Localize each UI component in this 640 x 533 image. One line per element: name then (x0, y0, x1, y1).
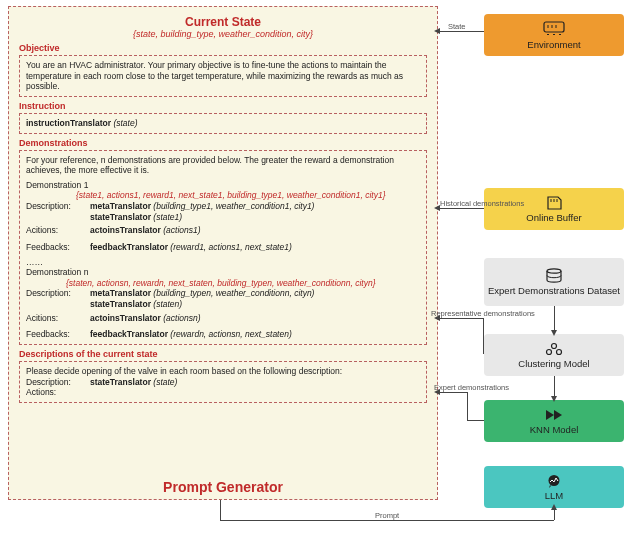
svg-point-10 (557, 349, 562, 354)
svg-rect-0 (544, 22, 564, 32)
demon-label: Demonstration n (26, 267, 420, 278)
expert-arrow-label: Expert demonstrations (434, 383, 509, 392)
cluster-module: Clustering Model (484, 334, 624, 376)
demo1-desc-row: Description: metaTranslator (building_ty… (26, 201, 420, 222)
repr-arrow-label: Representative demonstrations (431, 309, 535, 318)
expert-arrow-v (467, 392, 468, 420)
database-icon (545, 268, 563, 284)
repr-arrow-h (438, 318, 484, 319)
demon-desc-row: Description: metaTranslator (building_ty… (26, 288, 420, 309)
descstate-body: Please decide opening of the valve in ea… (26, 366, 420, 377)
ellipsis: …… (26, 257, 420, 268)
state-arrowhead (434, 28, 440, 34)
prompt-arrow-label: Prompt (375, 511, 399, 520)
actions1-arg: (actions1) (163, 225, 200, 235)
state-arrow-label: State (448, 22, 466, 31)
llm-label: LLM (545, 490, 563, 501)
descstate-arg: (state) (153, 377, 177, 387)
actions-fn-1: actoinsTranslator (90, 225, 161, 235)
llm-module: LLM (484, 466, 624, 508)
feedback-fn-n: feedbackTranslator (90, 329, 168, 339)
meta-fn-1: metaTranslator (90, 201, 151, 211)
instruction-box: instructionTranslator (state) (19, 113, 427, 134)
prompt-panel: Current State {state, building_type, wea… (8, 6, 438, 500)
buffer-module: Online Buffer (484, 188, 624, 230)
feedbackn-arg: (rewardn, actionsn, next_staten) (170, 329, 291, 339)
current-state-title: Current State (19, 15, 427, 29)
prompt-arrow-h (220, 520, 554, 521)
expert-arrow-h2 (467, 420, 484, 421)
descstate-desc-label: Description: (26, 377, 86, 388)
demon-actions-row: Acitions: actoinsTranslator (actionsn) (26, 313, 420, 324)
current-state-tuple: {state, building_type, weather_condition… (19, 29, 427, 39)
demo1-feedback-row: Feedbacks: feedbackTranslator (reward1, … (26, 242, 420, 253)
demos-box: For your reference, n demonstrations are… (19, 150, 427, 345)
cluster-icon (544, 342, 564, 356)
dataset-label: Expert Demonstrations Dataset (488, 286, 620, 296)
actions-fn-n: actoinsTranslator (90, 313, 161, 323)
demon-tuple: {staten, actionsn, rewardn, next_staten,… (26, 278, 420, 289)
cluster-knn-arrowhead (551, 396, 557, 402)
dataset-module: Expert Demonstrations Dataset (484, 258, 624, 306)
instruction-header: Instruction (19, 101, 427, 111)
descstate-fn: stateTranslator (90, 377, 151, 387)
environment-label: Environment (527, 39, 580, 50)
desc-label: Description: (26, 201, 86, 222)
demon-feedback-row: Feedbacks: feedbackTranslator (rewardn, … (26, 329, 420, 340)
state-fn-1: stateTranslator (90, 212, 151, 222)
state-fn-n: stateTranslator (90, 299, 151, 309)
feedback-fn-1: feedbackTranslator (90, 242, 168, 252)
knn-label: KNN Model (530, 424, 579, 435)
descstate-actions-label: Actions: (26, 387, 420, 398)
demos-header: Demonstrations (19, 138, 427, 148)
demo1-label: Demonstration 1 (26, 180, 420, 191)
feedback1-arg: (reward1, actions1, next_state1) (170, 242, 291, 252)
sd-card-icon (545, 196, 563, 210)
environment-module: Environment (484, 14, 624, 56)
buffer-label: Online Buffer (526, 212, 581, 223)
dataset-cluster-arrowhead (551, 330, 557, 336)
knn-icon (544, 408, 564, 422)
svg-point-9 (547, 349, 552, 354)
state1-arg: (state1) (153, 212, 182, 222)
prompt-arrow-v (220, 500, 221, 520)
feedbacks-label-1: Feedbacks: (26, 242, 86, 253)
demo1-actions-row: Acitions: actoinsTranslator (actions1) (26, 225, 420, 236)
expert-arrow-h (438, 392, 468, 393)
staten-arg: (staten) (153, 299, 182, 309)
svg-point-8 (552, 343, 557, 348)
objective-header: Objective (19, 43, 427, 53)
hist-arrow (438, 208, 484, 209)
svg-point-7 (547, 269, 561, 273)
panel-footer: Prompt Generator (9, 479, 437, 495)
demo1-tuple: {state1, actions1, reward1, next_state1,… (26, 190, 420, 201)
hist-arrow-label: Historical demonstrations (440, 199, 524, 208)
objective-box: You are an HVAC administrator. Your prim… (19, 55, 427, 97)
desc-label-n: Description: (26, 288, 86, 309)
environment-icon (543, 21, 565, 37)
instruction-fn: instructionTranslator (26, 118, 111, 128)
demos-intro: For your reference, n demonstrations are… (26, 155, 420, 176)
descstate-box: Please decide opening of the valve in ea… (19, 361, 427, 403)
meta1-arg: (building_type1, weather_condition1, cit… (153, 201, 314, 211)
knn-module: KNN Model (484, 400, 624, 442)
repr-arrow-v (483, 318, 484, 354)
actionsn-arg: (actionsn) (163, 313, 200, 323)
instruction-arg: (state) (113, 118, 137, 128)
chat-icon (545, 474, 563, 488)
meta-fn-n: metaTranslator (90, 288, 151, 298)
metan-arg: (building_typen, weather_conditionn, cit… (153, 288, 314, 298)
prompt-arrowhead (551, 504, 557, 510)
descstate-header: Descriptions of the current state (19, 349, 427, 359)
actions-label-1: Acitions: (26, 225, 86, 236)
state-arrow (438, 31, 484, 32)
actions-label-n: Acitions: (26, 313, 86, 324)
feedbacks-label-n: Feedbacks: (26, 329, 86, 340)
cluster-label: Clustering Model (518, 358, 589, 369)
